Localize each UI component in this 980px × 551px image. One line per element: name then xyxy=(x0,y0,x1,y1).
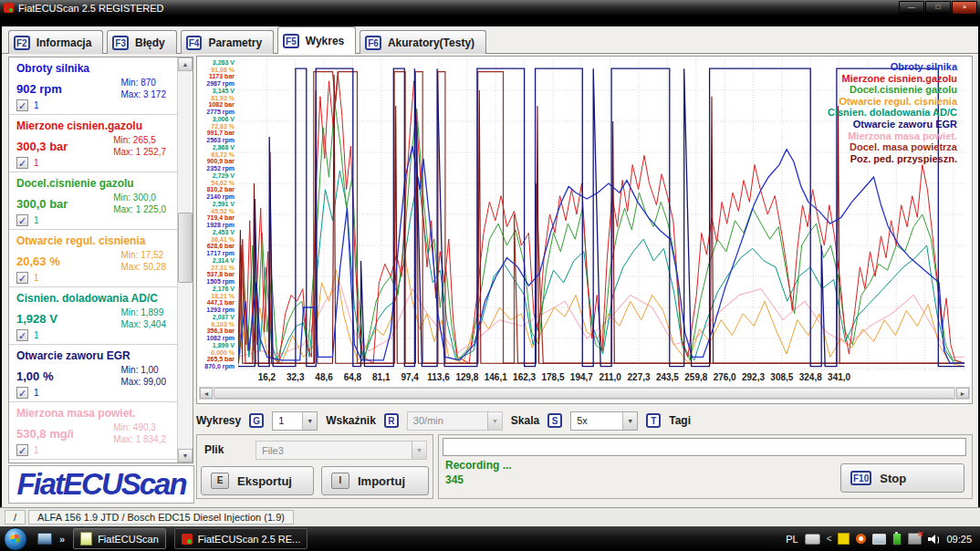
f6-key-badge: F6 xyxy=(365,36,381,50)
y-axis-label: 72,83 % xyxy=(211,123,235,130)
stop-button[interactable]: F10 Stop xyxy=(840,463,964,493)
display-tray-icon[interactable] xyxy=(872,534,886,545)
tab-label: Wykres xyxy=(306,35,344,47)
scroll-left-icon[interactable]: ◄ xyxy=(200,388,213,399)
y-axis-label: 1505 rpm xyxy=(206,278,235,286)
scroll-down-icon[interactable]: ▼ xyxy=(178,449,193,463)
taskbar-button-label: FiatECUScan 2.5 RE... xyxy=(198,534,301,545)
stop-label: Stop xyxy=(880,472,906,485)
skala-select[interactable]: 5x ▼ xyxy=(570,411,638,431)
tab-bledy[interactable]: F3 Błędy xyxy=(107,30,176,54)
maximize-button[interactable]: □ xyxy=(925,1,951,15)
scroll-right-icon[interactable]: ► xyxy=(956,388,969,399)
checkbox-label: 1 xyxy=(34,215,39,225)
window-title: FiatECUScan 2.5 REGISTERED xyxy=(18,3,164,14)
y-axis-label: 2563 rpm xyxy=(206,137,235,144)
y-axis-label: 81,93 % xyxy=(211,95,235,102)
checkbox-checked-icon[interactable]: ✓ xyxy=(16,157,28,169)
network-disconnected-icon[interactable] xyxy=(908,533,922,545)
screen: FiatECUScan 2.5 REGISTERED — □ × F2 Info… xyxy=(0,0,980,551)
wskaznik-select[interactable]: 30/min ▼ xyxy=(407,411,503,431)
y-axis-label: 36,41 % xyxy=(211,236,235,244)
y-axis-label: 9,103 % xyxy=(211,321,235,328)
orange-app-tray-icon[interactable] xyxy=(856,534,866,544)
x-axis-label: 211,0 xyxy=(599,372,620,382)
plot-area[interactable]: Obroty silnikaMierzone cisnien.gazoluDoc… xyxy=(238,59,964,369)
tab-akuratory[interactable]: F6 Akuratory(Testy) xyxy=(360,30,486,54)
export-button[interactable]: E Eksportuj xyxy=(201,466,314,495)
yellow-app-tray-icon[interactable] xyxy=(838,533,850,545)
chevron-down-icon: ▼ xyxy=(302,412,317,430)
speaker-icon[interactable] xyxy=(928,535,940,544)
parameter-min: Min: 490,3 xyxy=(113,421,166,433)
legend-entry: Otwarcie regul. cisnienia xyxy=(828,96,957,108)
keyboard-icon[interactable] xyxy=(805,534,820,545)
x-axis-label: 276,0 xyxy=(714,372,736,382)
t-key-badge[interactable]: T xyxy=(646,413,661,428)
y-axis-label: 537,8 bar xyxy=(207,271,235,278)
file-icon xyxy=(80,532,92,546)
g-key-badge[interactable]: G xyxy=(249,413,264,428)
x-axis-label: 32,3 xyxy=(287,372,304,382)
r-key-badge[interactable]: R xyxy=(384,413,399,428)
taskbar-button-fiatecuscan[interactable]: FiatECUScan xyxy=(73,528,166,549)
y-axis-label: 628,6 bar xyxy=(207,243,235,250)
parameter-minmax: Min: 1,00Max: 99,00 xyxy=(121,364,166,388)
checkbox-label: 1 xyxy=(34,158,39,168)
plik-label: Plik xyxy=(204,443,224,456)
tray-collapse-icon[interactable]: < xyxy=(827,534,832,544)
y-axis-group: 2,868 V63,72 %900,9 bar2352 rpm xyxy=(197,144,237,172)
close-button[interactable]: × xyxy=(952,1,977,15)
checkbox-checked-icon[interactable]: ✓ xyxy=(16,214,28,226)
sidebar-scrollbar[interactable]: ▲ ▼ xyxy=(177,57,193,463)
scroll-up-icon[interactable]: ▲ xyxy=(178,57,193,71)
main-window: F2 Informacja F3 Błędy F4 Parametry F5 W… xyxy=(2,26,978,507)
scrollbar-thumb[interactable] xyxy=(178,213,193,283)
x-axis-label: 48,6 xyxy=(315,372,332,382)
hscrollbar-thumb[interactable] xyxy=(214,388,955,399)
checkbox-checked-icon[interactable]: ✓ xyxy=(16,329,28,341)
tab-parametry[interactable]: F4 Parametry xyxy=(181,30,274,54)
checkbox-checked-icon[interactable]: ✓ xyxy=(16,444,28,456)
y-axis-label: 719,4 bar xyxy=(207,214,235,222)
fiatecuscan-logo: FiatECUScan xyxy=(16,467,185,502)
y-axis-label: 1293 rpm xyxy=(206,307,235,314)
x-axis-label: 16,2 xyxy=(258,372,276,382)
tab-informacja[interactable]: F2 Informacja xyxy=(8,30,103,54)
import-button[interactable]: I Importuj xyxy=(321,466,429,495)
chevron-more-icon[interactable]: » xyxy=(59,534,65,545)
y-axis-label: 2,314 V xyxy=(213,257,235,265)
minimize-button[interactable]: — xyxy=(899,1,924,15)
checkbox-checked-icon[interactable]: ✓ xyxy=(16,272,28,284)
x-axis-label: 146,1 xyxy=(485,372,507,382)
show-desktop-icon[interactable] xyxy=(37,533,52,545)
start-button[interactable] xyxy=(4,527,27,551)
wykresy-select[interactable]: 1 ▼ xyxy=(272,411,318,431)
y-axis-label: 870,0 rpm xyxy=(204,363,235,370)
parameter-card: Mierzone cisnien.gazolu300,3 barMin: 265… xyxy=(9,115,177,172)
taskbar-button-fiatecuscan-25[interactable]: FiatECUScan 2.5 RE... xyxy=(174,528,308,549)
tab-label: Błędy xyxy=(135,36,165,49)
s-key-badge[interactable]: S xyxy=(547,413,562,428)
battery-icon[interactable] xyxy=(892,533,902,546)
y-axis-group: 2,453 V36,41 %628,6 bar1717 rpm xyxy=(197,229,237,256)
checkbox-checked-icon[interactable]: ✓ xyxy=(16,99,28,111)
file-select[interactable]: File3 ▼ xyxy=(255,441,427,460)
window-controls: — □ × xyxy=(898,1,977,15)
chart-hscrollbar[interactable]: ◄ ► xyxy=(199,387,970,400)
parameter-min: Min: 17,52 xyxy=(121,249,166,261)
y-axis-label: 2140 rpm xyxy=(206,193,235,201)
x-axis-label: 81,1 xyxy=(372,372,390,382)
wskaznik-select-value: 30/min xyxy=(413,415,443,426)
checkbox-checked-icon[interactable]: ✓ xyxy=(16,387,28,399)
y-axis-label: 1,899 V xyxy=(213,342,235,349)
tab-wykres[interactable]: F5 Wykres xyxy=(277,26,356,54)
y-axis-group: 2,591 V45,52 %719,4 bar1928 rpm xyxy=(197,201,237,228)
y-axis-label: 1717 rpm xyxy=(206,250,235,257)
legend-entry: Otwarcie zaworu EGR xyxy=(828,119,957,130)
system-tray: PL < 09:25 xyxy=(786,533,980,546)
x-axis: 16,232,348,664,881,197,4113,6129,8146,11… xyxy=(238,372,964,384)
language-indicator[interactable]: PL xyxy=(786,534,798,545)
parameter-max: Max: 1 225,0 xyxy=(113,203,166,215)
tab-label: Informacja xyxy=(36,36,92,49)
